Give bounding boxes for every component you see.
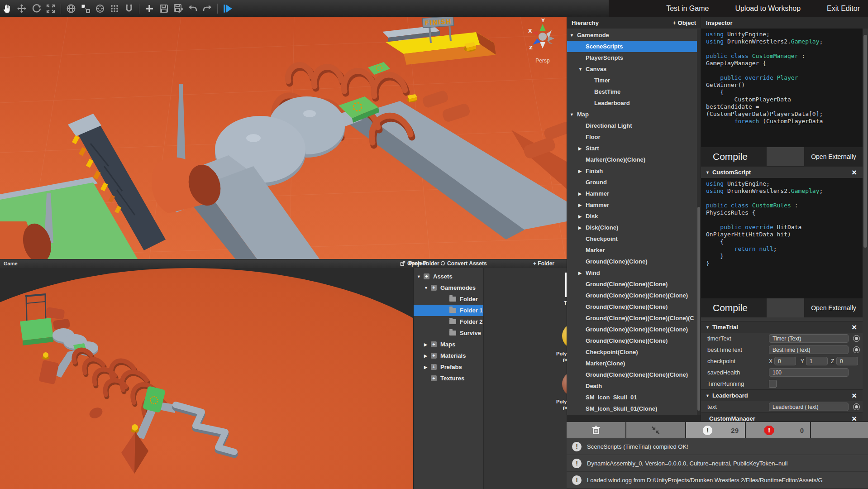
customscript-section-header[interactable]: ▼ CustomScript × <box>701 166 863 178</box>
close-icon[interactable]: × <box>852 390 857 401</box>
warnings-filter-button[interactable]: ! 29 <box>686 422 746 438</box>
hierarchy-scrollbar[interactable] <box>697 29 701 415</box>
project-tree-item[interactable]: Folder 2 <box>414 316 483 327</box>
hierarchy-item[interactable]: Ground(Clone)(Clone)(Clone)(Clone)(C <box>567 312 701 324</box>
hierarchy-item[interactable]: Ground(Clone)(Clone)(Clone)(Clone) <box>567 369 701 380</box>
collapse-arrow-icon[interactable]: ▼ <box>706 325 710 330</box>
project-tree-item[interactable]: ▼+Gamemodes <box>414 282 483 293</box>
hierarchy-item[interactable]: Checkpoint(Clone) <box>567 346 701 358</box>
hierarchy-item[interactable]: Ground(Clone)(Clone)(Clone) <box>567 278 701 290</box>
console-message[interactable]: !Loaded wind.ogg from D:/UnityProjects/D… <box>567 472 868 488</box>
test-in-game-button[interactable]: Test in Game <box>666 5 709 13</box>
component-header-timetrial[interactable]: ▼TimeTrial× <box>701 321 863 333</box>
expand-arrow-icon[interactable]: ▶ <box>578 214 582 219</box>
hierarchy-item[interactable]: BestTime <box>567 86 701 97</box>
expand-arrow-icon[interactable]: ▶ <box>578 203 582 207</box>
hierarchy-item[interactable]: Marker(Clone) <box>567 358 701 369</box>
hierarchy-item[interactable]: Leaderboard <box>567 97 701 109</box>
hierarchy-item[interactable]: SceneScripts <box>567 41 701 52</box>
hierarchy-item[interactable]: Ground(Clone)(Clone)(Clone) <box>567 301 701 312</box>
scale-tool-icon[interactable] <box>79 2 92 15</box>
expand-arrow-icon[interactable]: ▶ <box>578 169 582 173</box>
hierarchy-item[interactable]: Directional Light <box>567 120 701 131</box>
checkbox[interactable] <box>769 380 777 388</box>
console-message[interactable]: !DynamicAssembly_0, Version=0.0.0.0, Cul… <box>567 455 868 471</box>
hierarchy-item[interactable]: PlayerScripts <box>567 52 701 63</box>
game-viewport[interactable] <box>0 268 413 489</box>
add-folder-button[interactable]: + Folder <box>533 260 554 267</box>
hierarchy-item[interactable]: ▼Canvas <box>567 63 701 75</box>
compile-button[interactable]: Compile <box>701 298 767 317</box>
game-tab-label[interactable]: Game <box>4 261 18 266</box>
magnet-snap-icon[interactable] <box>122 2 136 15</box>
close-icon[interactable]: × <box>852 413 857 421</box>
expand-arrow-icon[interactable]: ▶ <box>578 271 582 275</box>
expand-arrow-icon[interactable]: ▶ <box>424 354 427 358</box>
object-picker-icon[interactable] <box>853 403 860 410</box>
expand-arrow-icon[interactable]: ▼ <box>578 67 582 72</box>
close-icon[interactable]: × <box>852 167 857 178</box>
object-reference-field[interactable]: BestTime (Text) <box>769 345 849 354</box>
hierarchy-item[interactable]: SM_Icon_Skull_01(Clone) <box>567 403 701 414</box>
exit-editor-button[interactable]: Exit Editor <box>827 5 860 13</box>
errors-filter-button[interactable]: ! 0 <box>746 422 811 438</box>
hierarchy-item[interactable]: ▶Start <box>567 143 701 154</box>
hierarchy-item[interactable]: Ground(Clone)(Clone)(Clone) <box>567 335 701 346</box>
expand-arrow-icon[interactable]: ▼ <box>424 286 428 290</box>
hierarchy-item[interactable]: ▶Hammer <box>567 188 701 199</box>
object-picker-icon[interactable] <box>853 335 860 342</box>
hierarchy-item[interactable]: ▶Finish <box>567 165 701 177</box>
project-tree-item[interactable]: ▶+Prefabs <box>414 361 483 373</box>
project-tree-item[interactable]: +Textures <box>414 373 483 384</box>
hierarchy-item[interactable]: Ground(Clone)(Clone)(Clone)(Clone) <box>567 324 701 335</box>
expand-arrow-icon[interactable]: ▼ <box>570 112 574 117</box>
gizmo-persp-label[interactable]: Persp <box>535 58 550 64</box>
project-tree-item[interactable]: Folder <box>414 293 483 305</box>
save-icon[interactable] <box>157 2 171 15</box>
convert-assets-button[interactable]: Convert Assets <box>440 260 487 267</box>
hierarchy-item[interactable]: Marker(Clone)(Clone) <box>567 154 701 165</box>
vector-input-y[interactable]: 1 <box>806 357 828 365</box>
vector-input-z[interactable]: 0 <box>836 357 858 365</box>
code-editor-customscript[interactable]: using UnityEngine;using DrunkenWrestlers… <box>701 178 863 298</box>
object-reference-field[interactable]: Leaderboard (Text) <box>769 403 849 411</box>
save-as-icon[interactable] <box>172 2 185 15</box>
component-header-leaderboard[interactable]: ▼Leaderboard× <box>701 389 863 401</box>
open-externally-button[interactable]: Open Externally <box>804 298 863 317</box>
collapse-console-button[interactable] <box>626 422 686 438</box>
hierarchy-item[interactable]: Timer <box>567 75 701 86</box>
clear-console-button[interactable] <box>567 422 626 438</box>
object-reference-field[interactable]: Timer (Text) <box>769 334 849 343</box>
project-tree-item[interactable]: ▶+Materials <box>414 350 483 361</box>
hierarchy-item[interactable]: Death <box>567 380 701 392</box>
hierarchy-item[interactable]: ▶Wind <box>567 267 701 278</box>
expand-arrow-icon[interactable]: ▼ <box>417 274 421 279</box>
hierarchy-item[interactable]: SM_Icon_Skull_01 <box>567 392 701 403</box>
hierarchy-item[interactable]: Floor <box>567 131 701 143</box>
code-editor-custommanager[interactable]: using UnityEngine;using DrunkenWrestlers… <box>701 29 863 147</box>
rotate-tool-icon[interactable] <box>29 2 43 15</box>
hand-tool-icon[interactable] <box>0 2 14 15</box>
expand-tool-icon[interactable] <box>44 2 57 15</box>
hierarchy-item[interactable]: Checkpoint <box>567 233 701 244</box>
hierarchy-item[interactable]: ▼Gamemode <box>567 29 701 41</box>
play-icon[interactable] <box>221 2 234 15</box>
collapse-arrow-icon[interactable]: ▼ <box>706 393 710 398</box>
hierarchy-item[interactable]: ▶Disk(Clone) <box>567 222 701 233</box>
vector-input-x[interactable]: 0 <box>774 357 796 365</box>
move-tool-icon[interactable] <box>15 2 29 15</box>
value-input[interactable]: 100 <box>769 368 849 377</box>
hierarchy-item[interactable]: Ground <box>567 177 701 188</box>
project-tree-item[interactable]: Folder 1 <box>414 305 483 316</box>
add-object-icon[interactable] <box>143 2 156 15</box>
expand-arrow-icon[interactable]: ▶ <box>578 192 582 196</box>
expand-arrow-icon[interactable]: ▶ <box>578 146 582 151</box>
object-picker-icon[interactable] <box>853 346 860 353</box>
open-externally-button[interactable]: Open Externally <box>804 147 863 166</box>
console-message[interactable]: !SceneScripts (TimeTrial) compiled OK! <box>567 438 868 455</box>
expand-arrow-icon[interactable]: ▼ <box>570 33 574 38</box>
hierarchy-item[interactable]: Ground(Clone)(Clone)(Clone)(Clone) <box>567 290 701 301</box>
add-object-button[interactable]: + Object <box>672 19 696 26</box>
component-header-custommanager[interactable]: CustomManager× <box>701 412 863 421</box>
undo-icon[interactable] <box>186 2 200 15</box>
